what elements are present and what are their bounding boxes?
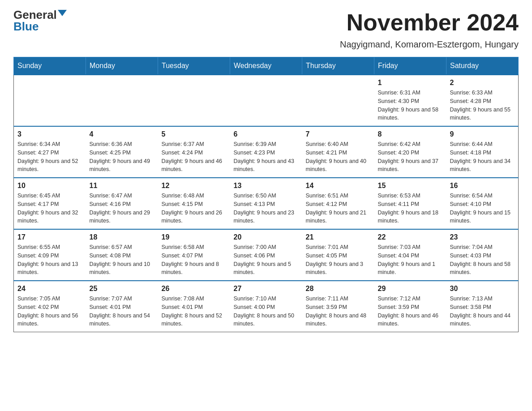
day-number: 16: [450, 182, 515, 190]
weekday-sunday: Sunday: [14, 57, 86, 75]
day-info: Sunrise: 7:04 AMSunset: 4:03 PMDaylight:…: [450, 243, 515, 277]
calendar-cell: [158, 75, 230, 126]
day-info: Sunrise: 7:11 AMSunset: 3:59 PMDaylight:…: [306, 295, 371, 328]
calendar-cell: 18Sunrise: 6:57 AMSunset: 4:08 PMDayligh…: [86, 229, 158, 281]
calendar-cell: 11Sunrise: 6:47 AMSunset: 4:16 PMDayligh…: [86, 178, 158, 229]
week-row-1: 1Sunrise: 6:31 AMSunset: 4:30 PMDaylight…: [14, 75, 519, 126]
weekday-friday: Friday: [374, 57, 446, 75]
calendar-cell: 17Sunrise: 6:55 AMSunset: 4:09 PMDayligh…: [14, 229, 86, 281]
day-number: 25: [90, 285, 154, 293]
day-info: Sunrise: 7:08 AMSunset: 4:01 PMDaylight:…: [162, 295, 227, 328]
day-number: 8: [378, 130, 443, 138]
calendar-cell: 22Sunrise: 7:03 AMSunset: 4:04 PMDayligh…: [374, 229, 446, 281]
calendar-cell: 13Sunrise: 6:50 AMSunset: 4:13 PMDayligh…: [230, 178, 302, 229]
day-number: 29: [378, 285, 443, 293]
day-number: 22: [378, 233, 443, 241]
calendar-cell: 14Sunrise: 6:51 AMSunset: 4:12 PMDayligh…: [302, 178, 374, 229]
day-info: Sunrise: 6:34 AMSunset: 4:27 PMDaylight:…: [17, 140, 82, 174]
day-number: 14: [306, 182, 371, 190]
calendar-body: 1Sunrise: 6:31 AMSunset: 4:30 PMDaylight…: [14, 75, 519, 332]
day-info: Sunrise: 6:45 AMSunset: 4:17 PMDaylight:…: [17, 192, 82, 225]
calendar-cell: 19Sunrise: 6:58 AMSunset: 4:07 PMDayligh…: [158, 229, 230, 281]
calendar-cell: [302, 75, 374, 126]
weekday-saturday: Saturday: [446, 57, 519, 75]
day-info: Sunrise: 7:00 AMSunset: 4:06 PMDaylight:…: [234, 243, 299, 277]
day-number: 24: [17, 285, 82, 293]
calendar-cell: [230, 75, 302, 126]
day-info: Sunrise: 6:33 AMSunset: 4:28 PMDaylight:…: [450, 89, 515, 122]
day-info: Sunrise: 6:53 AMSunset: 4:11 PMDaylight:…: [378, 192, 443, 225]
logo-blue: Blue: [13, 21, 39, 32]
week-row-5: 24Sunrise: 7:05 AMSunset: 4:02 PMDayligh…: [14, 281, 519, 332]
logo: General Blue: [13, 9, 67, 32]
day-info: Sunrise: 6:36 AMSunset: 4:25 PMDaylight:…: [90, 140, 154, 174]
day-info: Sunrise: 7:13 AMSunset: 3:58 PMDaylight:…: [450, 295, 515, 328]
calendar-cell: 23Sunrise: 7:04 AMSunset: 4:03 PMDayligh…: [446, 229, 519, 281]
day-number: 20: [234, 233, 299, 241]
weekday-tuesday: Tuesday: [158, 57, 230, 75]
calendar-cell: 3Sunrise: 6:34 AMSunset: 4:27 PMDaylight…: [14, 126, 86, 178]
calendar-cell: 7Sunrise: 6:40 AMSunset: 4:21 PMDaylight…: [302, 126, 374, 178]
day-info: Sunrise: 6:40 AMSunset: 4:21 PMDaylight:…: [306, 140, 371, 174]
day-number: 11: [90, 182, 154, 190]
calendar-cell: [14, 75, 86, 126]
page-title: November 2024: [347, 9, 519, 36]
weekday-thursday: Thursday: [302, 57, 374, 75]
day-info: Sunrise: 7:12 AMSunset: 3:59 PMDaylight:…: [378, 295, 443, 328]
calendar-cell: 26Sunrise: 7:08 AMSunset: 4:01 PMDayligh…: [158, 281, 230, 332]
day-number: 27: [234, 285, 299, 293]
calendar-cell: 1Sunrise: 6:31 AMSunset: 4:30 PMDaylight…: [374, 75, 446, 126]
day-info: Sunrise: 6:42 AMSunset: 4:20 PMDaylight:…: [378, 140, 443, 174]
calendar-cell: 28Sunrise: 7:11 AMSunset: 3:59 PMDayligh…: [302, 281, 374, 332]
weekday-row: SundayMondayTuesdayWednesdayThursdayFrid…: [14, 57, 519, 75]
calendar-header: SundayMondayTuesdayWednesdayThursdayFrid…: [14, 57, 519, 75]
calendar-cell: 21Sunrise: 7:01 AMSunset: 4:05 PMDayligh…: [302, 229, 374, 281]
day-number: 4: [90, 130, 154, 138]
week-row-2: 3Sunrise: 6:34 AMSunset: 4:27 PMDaylight…: [14, 126, 519, 178]
day-info: Sunrise: 6:39 AMSunset: 4:23 PMDaylight:…: [234, 140, 299, 174]
calendar-cell: 12Sunrise: 6:48 AMSunset: 4:15 PMDayligh…: [158, 178, 230, 229]
calendar-cell: 30Sunrise: 7:13 AMSunset: 3:58 PMDayligh…: [446, 281, 519, 332]
calendar-cell: 24Sunrise: 7:05 AMSunset: 4:02 PMDayligh…: [14, 281, 86, 332]
logo-triangle-icon: [58, 10, 67, 16]
calendar-cell: [86, 75, 158, 126]
weekday-wednesday: Wednesday: [230, 57, 302, 75]
weekday-monday: Monday: [86, 57, 158, 75]
day-number: 18: [90, 233, 154, 241]
calendar-cell: 15Sunrise: 6:53 AMSunset: 4:11 PMDayligh…: [374, 178, 446, 229]
day-number: 23: [450, 233, 515, 241]
calendar-cell: 4Sunrise: 6:36 AMSunset: 4:25 PMDaylight…: [86, 126, 158, 178]
day-number: 28: [306, 285, 371, 293]
title-block: November 2024: [347, 9, 519, 36]
day-number: 13: [234, 182, 299, 190]
day-info: Sunrise: 6:58 AMSunset: 4:07 PMDaylight:…: [162, 243, 227, 277]
day-info: Sunrise: 6:51 AMSunset: 4:12 PMDaylight:…: [306, 192, 371, 225]
week-row-3: 10Sunrise: 6:45 AMSunset: 4:17 PMDayligh…: [14, 178, 519, 229]
calendar-cell: 29Sunrise: 7:12 AMSunset: 3:59 PMDayligh…: [374, 281, 446, 332]
day-number: 6: [234, 130, 299, 138]
day-info: Sunrise: 6:48 AMSunset: 4:15 PMDaylight:…: [162, 192, 227, 225]
day-number: 2: [450, 79, 515, 87]
day-info: Sunrise: 7:07 AMSunset: 4:01 PMDaylight:…: [90, 295, 154, 328]
day-info: Sunrise: 6:44 AMSunset: 4:18 PMDaylight:…: [450, 140, 515, 174]
calendar-cell: 27Sunrise: 7:10 AMSunset: 4:00 PMDayligh…: [230, 281, 302, 332]
day-number: 12: [162, 182, 227, 190]
header: General Blue November 2024: [13, 9, 519, 36]
day-number: 3: [17, 130, 82, 138]
calendar-cell: 5Sunrise: 6:37 AMSunset: 4:24 PMDaylight…: [158, 126, 230, 178]
calendar-cell: 2Sunrise: 6:33 AMSunset: 4:28 PMDaylight…: [446, 75, 519, 126]
day-number: 17: [17, 233, 82, 241]
day-info: Sunrise: 6:54 AMSunset: 4:10 PMDaylight:…: [450, 192, 515, 225]
calendar-cell: 8Sunrise: 6:42 AMSunset: 4:20 PMDaylight…: [374, 126, 446, 178]
calendar-cell: 25Sunrise: 7:07 AMSunset: 4:01 PMDayligh…: [86, 281, 158, 332]
day-number: 26: [162, 285, 227, 293]
calendar-cell: 16Sunrise: 6:54 AMSunset: 4:10 PMDayligh…: [446, 178, 519, 229]
calendar: SundayMondayTuesdayWednesdayThursdayFrid…: [13, 57, 519, 332]
day-number: 30: [450, 285, 515, 293]
day-info: Sunrise: 6:37 AMSunset: 4:24 PMDaylight:…: [162, 140, 227, 174]
day-info: Sunrise: 7:01 AMSunset: 4:05 PMDaylight:…: [306, 243, 371, 277]
day-info: Sunrise: 6:50 AMSunset: 4:13 PMDaylight:…: [234, 192, 299, 225]
day-number: 5: [162, 130, 227, 138]
calendar-cell: 6Sunrise: 6:39 AMSunset: 4:23 PMDaylight…: [230, 126, 302, 178]
day-info: Sunrise: 7:10 AMSunset: 4:00 PMDaylight:…: [234, 295, 299, 328]
